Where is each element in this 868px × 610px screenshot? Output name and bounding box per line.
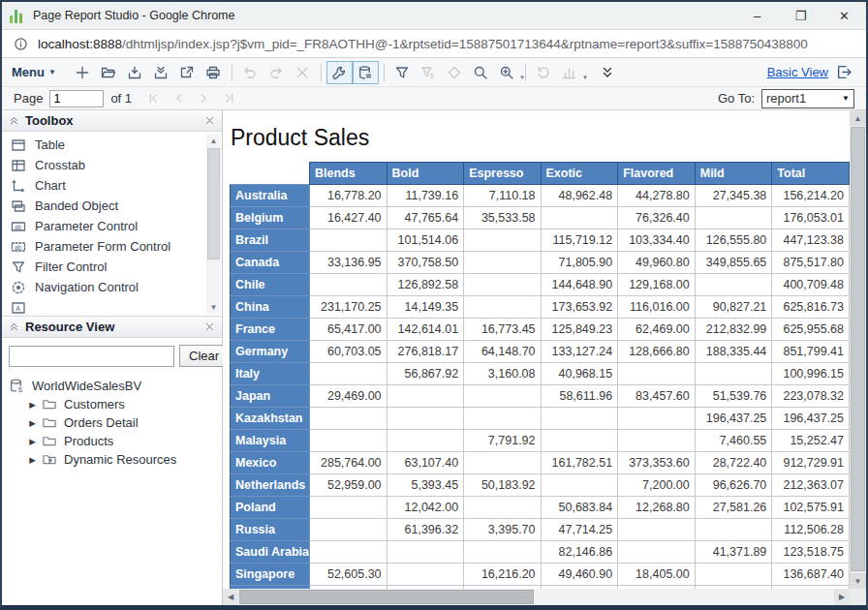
value-cell[interactable]	[464, 296, 541, 319]
value-cell[interactable]: 76,326.40	[618, 207, 696, 229]
value-cell[interactable]	[618, 519, 696, 541]
value-cell[interactable]	[618, 408, 696, 430]
value-cell[interactable]: 115,719.12	[541, 229, 618, 252]
row-header[interactable]: Japan	[231, 385, 310, 408]
value-cell[interactable]: 51,539.76	[695, 385, 772, 408]
value-cell[interactable]: 61,396.32	[387, 519, 464, 541]
column-header-bold[interactable]: Bold	[387, 163, 464, 185]
row-header[interactable]: Germany	[231, 341, 310, 363]
toolbox-item-chart[interactable]: Chart	[2, 175, 206, 196]
value-cell[interactable]: 349,855.65	[695, 252, 772, 274]
filter-button[interactable]	[389, 61, 416, 84]
value-cell[interactable]: 7,200.00	[618, 474, 696, 497]
value-cell[interactable]	[387, 408, 464, 430]
scroll-left-icon[interactable]: ◀	[223, 589, 238, 605]
value-cell[interactable]: 65,417.00	[309, 319, 387, 341]
resource-view-toggle-button[interactable]	[353, 61, 379, 84]
column-header-mild[interactable]: Mild	[695, 163, 772, 185]
value-cell[interactable]	[541, 430, 618, 452]
menu-button[interactable]: Menu▼	[12, 65, 56, 79]
value-cell[interactable]: 50,183.92	[464, 474, 541, 497]
column-header-total[interactable]: Total	[772, 163, 850, 185]
print-button[interactable]	[201, 61, 227, 84]
value-cell[interactable]: 373,353.60	[618, 452, 696, 474]
row-header[interactable]: Kazakhstan	[231, 408, 310, 430]
value-cell[interactable]	[309, 497, 387, 519]
vertical-scrollbar[interactable]: ▲ ▼	[850, 110, 866, 589]
value-cell[interactable]: 7,110.18	[464, 185, 541, 207]
info-icon[interactable]	[14, 37, 28, 51]
value-cell[interactable]: 126,555.80	[695, 229, 772, 252]
row-header[interactable]: France	[231, 319, 310, 341]
close-icon[interactable]	[204, 321, 215, 332]
value-cell[interactable]: 64,148.70	[464, 341, 541, 363]
open-button[interactable]	[96, 61, 122, 84]
row-header[interactable]: Australia	[231, 185, 310, 207]
horizontal-scrollbar[interactable]: ◀ ▶	[223, 589, 850, 605]
basic-view-link[interactable]: Basic View	[767, 65, 828, 79]
value-cell[interactable]: 3,160.08	[464, 363, 541, 385]
scrollbar-thumb[interactable]	[207, 148, 220, 259]
value-cell[interactable]: 3,395.70	[464, 519, 541, 541]
value-cell[interactable]	[541, 474, 618, 497]
more-tools-button[interactable]	[595, 61, 621, 84]
scroll-down-icon[interactable]: ▼	[206, 300, 221, 314]
value-cell[interactable]: 12,268.80	[618, 497, 696, 519]
row-header[interactable]: Poland	[231, 497, 310, 519]
value-cell[interactable]	[309, 519, 387, 541]
row-header[interactable]: Netherlands	[231, 474, 310, 497]
tree-item-dynamic-resources[interactable]: ▶Dynamic Resources	[2, 450, 222, 469]
value-cell[interactable]	[464, 252, 541, 274]
value-cell[interactable]: 82,146.86	[541, 541, 618, 564]
value-cell[interactable]: 231,170.25	[309, 296, 387, 319]
value-cell[interactable]: 101,514.06	[387, 229, 464, 252]
toolbox-item-table[interactable]: Table	[2, 135, 206, 155]
scroll-up-icon[interactable]: ▲	[850, 110, 866, 126]
collapse-icon[interactable]	[9, 321, 19, 332]
value-cell[interactable]: 196,437.25	[772, 408, 850, 430]
value-cell[interactable]	[309, 408, 387, 430]
value-cell[interactable]: 58,611.96	[541, 385, 618, 408]
scroll-right-icon[interactable]: ▶	[834, 589, 850, 605]
value-cell[interactable]	[309, 363, 387, 385]
value-cell[interactable]: 161,782.51	[541, 452, 618, 474]
value-cell[interactable]: 48,962.48	[541, 185, 618, 207]
search-button[interactable]	[468, 61, 494, 84]
value-cell[interactable]: 15,252.47	[772, 430, 850, 452]
value-cell[interactable]: 875,517.80	[772, 252, 850, 274]
value-cell[interactable]	[695, 274, 772, 296]
value-cell[interactable]	[387, 564, 464, 586]
value-cell[interactable]	[464, 229, 541, 252]
expand-arrow-icon[interactable]: ▶	[27, 418, 38, 428]
value-cell[interactable]: 49,460.90	[541, 564, 618, 586]
value-cell[interactable]	[695, 519, 772, 541]
value-cell[interactable]: 47,714.25	[541, 519, 618, 541]
value-cell[interactable]	[387, 385, 464, 408]
row-header[interactable]: Chile	[231, 274, 310, 296]
scroll-up-icon[interactable]: ▲	[206, 134, 221, 147]
value-cell[interactable]: 41,371.89	[695, 541, 772, 564]
close-button[interactable]: ✕	[822, 2, 866, 29]
page-number-input[interactable]	[49, 90, 104, 107]
value-cell[interactable]: 71,805.90	[541, 252, 618, 274]
close-icon[interactable]	[204, 115, 215, 126]
value-cell[interactable]: 47,765.64	[387, 207, 464, 229]
value-cell[interactable]	[464, 274, 541, 296]
value-cell[interactable]: 83,457.60	[618, 385, 696, 408]
value-cell[interactable]: 49,960.80	[618, 252, 696, 274]
value-cell[interactable]: 33,136.95	[309, 252, 387, 274]
value-cell[interactable]: 16,427.40	[309, 207, 387, 229]
save-as-button[interactable]	[148, 61, 174, 84]
value-cell[interactable]	[618, 430, 696, 452]
value-cell[interactable]: 103,334.40	[618, 229, 696, 252]
value-cell[interactable]: 212,363.07	[772, 474, 850, 497]
value-cell[interactable]	[464, 452, 541, 474]
toolbox-scrollbar[interactable]: ▲ ▼	[206, 134, 221, 314]
tree-root-worldwidesalesbv[interactable]: $WorldWideSalesBV	[2, 377, 222, 395]
toolbox-item-parameter-form-control[interactable]: abParameter Form Control	[2, 236, 206, 257]
zoom-button[interactable]: ▾	[494, 61, 520, 84]
value-cell[interactable]	[464, 541, 541, 564]
toolbox-item-navigation-control[interactable]: Navigation Control	[2, 277, 206, 297]
export-button[interactable]	[174, 61, 201, 84]
row-header[interactable]: Mexico	[231, 452, 310, 474]
